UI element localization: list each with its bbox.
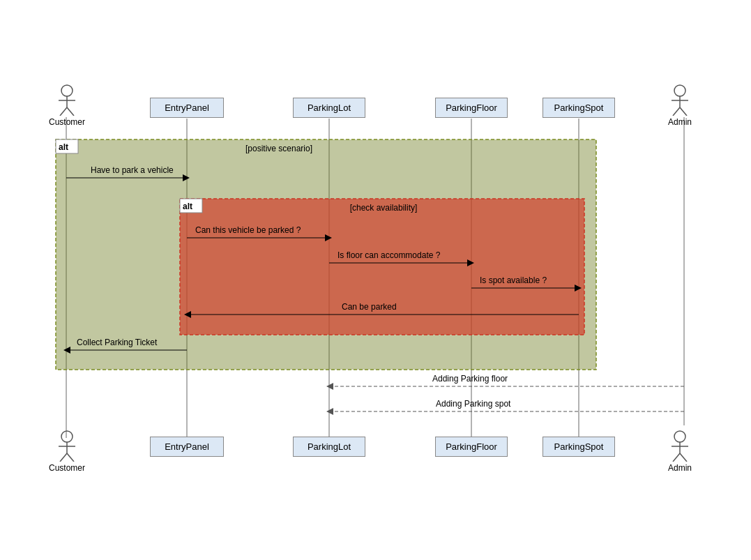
customer-bottom-icon xyxy=(54,430,79,462)
admin-top-label: Admin xyxy=(668,117,692,127)
svg-marker-33 xyxy=(326,383,333,390)
svg-line-51 xyxy=(60,453,67,462)
actor-admin-top: Admin xyxy=(667,84,692,127)
actor-customer-bottom: Customer xyxy=(49,430,85,473)
lifeline-parkingfloor-bot: ParkingFloor xyxy=(435,437,508,457)
lifeline-parkingfloor-top: ParkingFloor xyxy=(435,98,508,118)
svg-marker-21 xyxy=(467,259,474,266)
svg-text:Collect Parking Ticket: Collect Parking Ticket xyxy=(77,338,158,347)
svg-line-52 xyxy=(67,453,74,462)
admin-bottom-label: Admin xyxy=(668,463,692,473)
svg-text:Can this vehicle be parked ?: Can this vehicle be parked ? xyxy=(195,225,301,235)
svg-marker-24 xyxy=(575,285,582,292)
svg-rect-7 xyxy=(180,199,584,335)
svg-point-53 xyxy=(674,431,685,442)
svg-text:alt: alt xyxy=(59,142,68,152)
customer-top-label: Customer xyxy=(49,117,85,127)
svg-text:alt: alt xyxy=(183,202,192,211)
svg-text:Can be parked: Can be parked xyxy=(342,302,397,312)
svg-text:Adding Parking spot: Adding Parking spot xyxy=(436,399,511,409)
svg-line-41 xyxy=(60,107,67,116)
customer-top-icon xyxy=(54,84,79,116)
svg-line-47 xyxy=(680,107,687,116)
svg-marker-15 xyxy=(183,174,190,181)
actor-admin-bottom: Admin xyxy=(667,430,692,473)
lifeline-parkinglot-bot: ParkingLot xyxy=(293,437,365,457)
svg-text:[check availability]: [check availability] xyxy=(350,203,418,213)
svg-text:Adding Parking floor: Adding Parking floor xyxy=(432,374,508,384)
lifeline-parkinglot-top: ParkingLot xyxy=(293,98,365,118)
svg-line-42 xyxy=(67,107,74,116)
svg-marker-30 xyxy=(63,347,70,354)
admin-bottom-icon xyxy=(667,430,692,462)
arrows-svg: alt [positive scenario] alt [check avail… xyxy=(0,0,751,560)
svg-line-57 xyxy=(680,453,687,462)
admin-top-icon xyxy=(667,84,692,116)
svg-marker-36 xyxy=(326,408,333,415)
lifeline-entrypanel-top: EntryPanel xyxy=(150,98,224,118)
customer-bottom-label: Customer xyxy=(49,463,85,473)
svg-text:Have to park a vehicle: Have to park a vehicle xyxy=(91,165,174,175)
svg-marker-18 xyxy=(325,234,332,241)
svg-line-56 xyxy=(673,453,680,462)
lifeline-parkingspot-bot: ParkingSpot xyxy=(543,437,615,457)
svg-rect-6 xyxy=(56,139,596,370)
actor-customer-top: Customer xyxy=(49,84,85,127)
svg-marker-27 xyxy=(184,311,191,318)
lifeline-entrypanel-bot: EntryPanel xyxy=(150,437,224,457)
diagram-container: alt [positive scenario] alt [check avail… xyxy=(0,0,751,560)
svg-point-43 xyxy=(674,85,685,96)
svg-point-48 xyxy=(61,431,73,442)
svg-text:Is floor can accommodate ?: Is floor can accommodate ? xyxy=(337,250,441,260)
svg-line-46 xyxy=(673,107,680,116)
svg-rect-11 xyxy=(180,199,202,213)
svg-rect-8 xyxy=(56,139,78,153)
svg-text:[positive scenario]: [positive scenario] xyxy=(245,144,312,153)
svg-point-38 xyxy=(61,85,73,96)
lifeline-parkingspot-top: ParkingSpot xyxy=(543,98,615,118)
svg-text:Is spot available ?: Is spot available ? xyxy=(480,275,547,285)
